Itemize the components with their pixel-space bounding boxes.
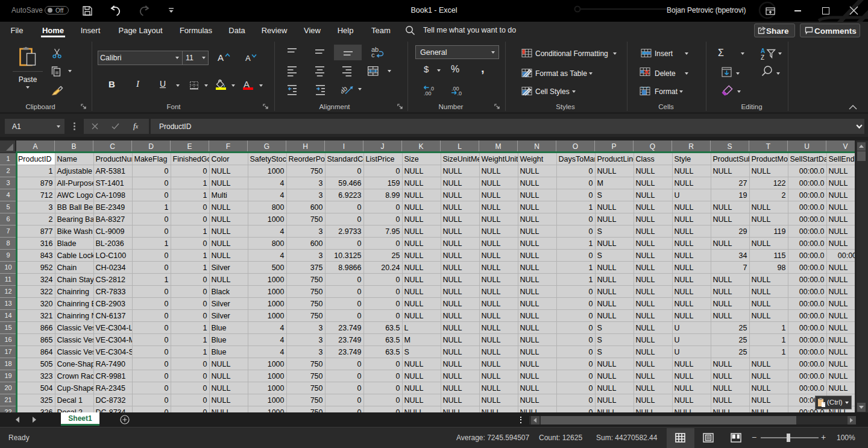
svg-text:ab: ab [341,84,348,95]
svg-text:Z: Z [761,54,764,60]
svg-text:A: A [761,48,765,54]
svg-text:.00: .00 [424,90,432,96]
svg-text:.0: .0 [458,90,462,96]
